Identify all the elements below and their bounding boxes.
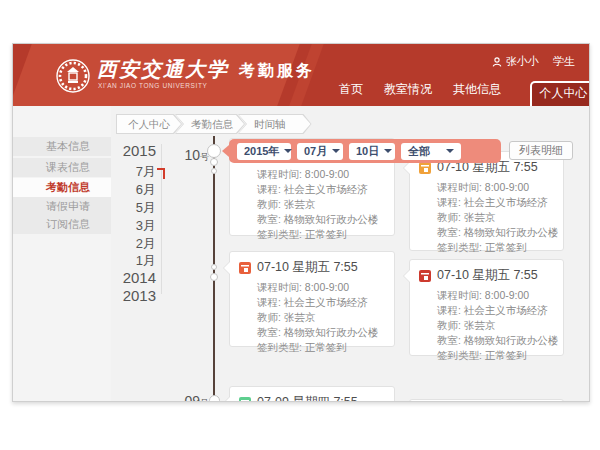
card-field: 课程: 社会主义市场经济 xyxy=(257,182,386,197)
field-value: 社会主义市场经济 xyxy=(464,304,548,316)
timeline-entry-2month[interactable]: 2月 xyxy=(136,235,156,253)
day-number: 10 xyxy=(184,147,200,163)
nav-personal-center-active-tab[interactable]: 个人中心 xyxy=(530,81,589,106)
field-value: 正常签到 xyxy=(305,341,347,353)
field-value: 正常签到 xyxy=(485,241,527,253)
month-dropdown-value: 07月 xyxy=(304,144,327,159)
field-value: 8:00-9:00 xyxy=(485,289,529,301)
card-field: 教师: 张芸京 xyxy=(257,310,386,325)
card-field: 教室: 格物致知行政办公楼 xyxy=(257,325,386,340)
field-value: 8:00-9:00 xyxy=(305,168,349,180)
university-name-cn: 西安交通大学 xyxy=(97,56,229,83)
card-field: 课程: 社会主义市场经济 xyxy=(437,195,555,210)
app-window: 西安交通大学 XI'AN JIAO TONG UNIVERSITY 考勤服务 张… xyxy=(12,43,590,402)
card-title: 07-09 星期四 7:55 xyxy=(257,394,358,402)
timeline-entry-7month[interactable]: 7月 xyxy=(136,163,156,181)
field-label: 教室: xyxy=(257,326,281,338)
sidebar-item-schedule-info[interactable]: 课表信息 xyxy=(13,158,111,177)
card-header: 07-09 星期四 7:55 xyxy=(230,387,394,402)
field-value: 格物致知行政办公楼 xyxy=(284,213,379,225)
chevron-down-icon xyxy=(446,149,454,153)
field-value: 正常签到 xyxy=(305,228,347,240)
field-value: 8:00-9:00 xyxy=(305,281,349,293)
field-label: 课程时间: xyxy=(257,281,302,293)
month-dropdown[interactable]: 07月 xyxy=(297,143,343,160)
day-dropdown-value: 10日 xyxy=(356,144,379,159)
card-body: 课程时间: 8:00-9:00 课程: 社会主义市场经济 教师: 张芸京 教室:… xyxy=(410,286,563,369)
scope-dropdown[interactable]: 全部 xyxy=(401,143,461,160)
card-field: 教室: 格物致知行政办公楼 xyxy=(437,333,555,348)
day-marker-10: 10号 xyxy=(179,147,209,164)
field-value: 格物致知行政办公楼 xyxy=(464,334,559,346)
card-field: 教师: 张芸京 xyxy=(437,318,555,333)
calendar-icon xyxy=(239,397,251,403)
timeline-node xyxy=(211,264,217,270)
breadcrumb-label: 个人中心 xyxy=(116,114,182,134)
timeline-entry-1month[interactable]: 1月 xyxy=(136,252,156,270)
timeline-rail-divider xyxy=(161,144,162,294)
card-field: 教室: 格物致知行政办公楼 xyxy=(257,212,386,227)
app-title: 考勤服务 xyxy=(239,61,315,82)
card-field: 签到类型: 正常签到 xyxy=(437,348,555,363)
calendar-icon xyxy=(419,162,431,174)
card-field: 签到类型: 正常签到 xyxy=(257,340,386,355)
day-suffix: 号 xyxy=(200,398,209,402)
timeline-node xyxy=(210,273,218,281)
timeline-entry-2013[interactable]: 2013 xyxy=(123,287,156,304)
timeline-node xyxy=(210,158,218,166)
card-field: 课程: 社会主义市场经济 xyxy=(257,295,386,310)
breadcrumb-personal-center[interactable]: 个人中心 xyxy=(116,114,182,134)
list-detail-button[interactable]: 列表明细 xyxy=(509,141,573,160)
timeline-entry-6month[interactable]: 6月 xyxy=(136,181,156,199)
timeline-entry-2014[interactable]: 2014 xyxy=(123,269,156,286)
field-value: 社会主义市场经济 xyxy=(464,196,548,208)
field-value: 社会主义市场经济 xyxy=(284,296,368,308)
field-value: 张芸京 xyxy=(284,198,316,210)
field-value: 格物致知行政办公楼 xyxy=(464,226,559,238)
card-field: 签到类型: 正常签到 xyxy=(257,227,386,242)
field-value: 张芸京 xyxy=(464,319,496,331)
timeline-entry-5month[interactable]: 5月 xyxy=(136,199,156,217)
day-dropdown[interactable]: 10日 xyxy=(349,143,395,160)
scope-dropdown-value: 全部 xyxy=(408,144,430,159)
calendar-icon xyxy=(419,270,431,282)
card-header: 07-10 星期五 7:55 xyxy=(410,260,563,286)
timeline-entry-2015[interactable]: 2015 xyxy=(123,142,156,159)
field-label: 签到类型: xyxy=(257,341,302,353)
chevron-down-icon xyxy=(384,149,392,153)
field-label: 教师: xyxy=(257,311,281,323)
field-value: 8:00-9:00 xyxy=(485,181,529,193)
card-field: 课程: 社会主义市场经济 xyxy=(437,303,555,318)
calendar-icon xyxy=(239,262,251,274)
breadcrumb-label: 时间轴 xyxy=(238,114,312,134)
main-nav: 首页 教室情况 其他信息 个人中心 xyxy=(339,44,589,106)
breadcrumb-timeline[interactable]: 时间轴 xyxy=(238,114,312,134)
sidebar-item-subscription-info[interactable]: 订阅信息 xyxy=(13,215,111,234)
field-label: 教师: xyxy=(437,211,461,223)
breadcrumb: 个人中心 考勤信息 时间轴 xyxy=(116,114,305,134)
year-dropdown[interactable]: 2015年 xyxy=(237,143,291,160)
card-header: 07-10 星期五 7:55 xyxy=(230,252,394,278)
field-label: 课程时间: xyxy=(437,289,482,301)
chevron-down-icon xyxy=(332,149,340,153)
field-label: 课程: xyxy=(437,304,461,316)
card-body: 课程时间: 8:00-9:00 课程: 社会主义市场经济 教师: 张芸京 教室:… xyxy=(410,178,563,261)
attendance-card: 07-10 星期五 7:55 课程时间: 8:00-9:00 课程: 社会主义市… xyxy=(409,259,564,356)
nav-other-info[interactable]: 其他信息 xyxy=(453,81,501,106)
nav-home[interactable]: 首页 xyxy=(339,81,363,106)
breadcrumb-attendance-info[interactable]: 考勤信息 xyxy=(175,114,245,134)
filter-bar: 2015年 07月 10日 全部 xyxy=(229,139,501,163)
sidebar-item-basic-info[interactable]: 基本信息 xyxy=(13,137,111,156)
field-label: 课程: xyxy=(257,296,281,308)
card-field: 签到类型: 正常签到 xyxy=(437,240,555,255)
field-value: 张芸京 xyxy=(464,211,496,223)
timeline-entry-3month[interactable]: 3月 xyxy=(136,217,156,235)
sidebar-item-attendance-info[interactable]: 考勤信息 xyxy=(13,178,111,197)
field-label: 签到类型: xyxy=(437,241,482,253)
university-name-en: XI'AN JIAO TONG UNIVERSITY xyxy=(98,82,207,89)
sidebar-item-leave-request[interactable]: 请假申请 xyxy=(13,197,111,216)
nav-classrooms[interactable]: 教室情况 xyxy=(384,81,432,106)
card-field: 教师: 张芸京 xyxy=(437,210,555,225)
field-label: 课程: xyxy=(437,196,461,208)
breadcrumb-label: 考勤信息 xyxy=(175,114,245,134)
